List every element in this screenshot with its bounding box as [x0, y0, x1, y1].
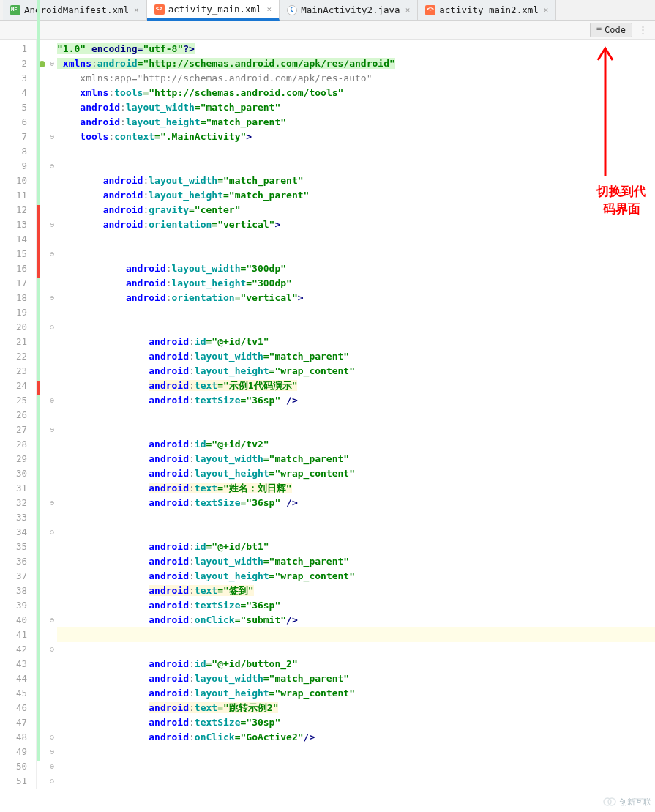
code-line[interactable]: android:layout_width="match_parent"	[57, 452, 655, 466]
code-line[interactable]	[57, 510, 655, 525]
code-line[interactable]: android:id="@+id/tv1"	[57, 335, 655, 349]
code-line[interactable]	[57, 759, 655, 774]
code-line[interactable]: android:id="@+id/tv2"	[57, 437, 655, 452]
code-line[interactable]: android:layout_height="match_parent"	[57, 115, 655, 130]
fold-toggle[interactable]: ⊖	[47, 525, 57, 540]
fold-toggle[interactable]: ⊖	[47, 496, 57, 510]
fold-toggle[interactable]	[47, 540, 57, 554]
line-number[interactable]: 6	[0, 115, 27, 130]
line-number[interactable]: 1	[0, 42, 27, 56]
code-line[interactable]: android:layout_width="match_parent"	[57, 100, 655, 115]
code-line[interactable]: tools:context=".MainActivity">	[57, 130, 655, 144]
fold-toggle[interactable]	[47, 349, 57, 364]
fold-toggle[interactable]: ⊖	[47, 730, 57, 745]
code-line[interactable]	[57, 745, 655, 759]
line-number[interactable]: 37	[0, 569, 27, 584]
fold-toggle[interactable]	[47, 584, 57, 598]
code-line[interactable]	[57, 247, 655, 261]
fold-toggle[interactable]	[47, 701, 57, 715]
code-line[interactable]: xmlns:android="http://schemas.android.co…	[57, 56, 655, 71]
code-area[interactable]: "1.0" encoding="utf-8"?> xmlns:android="…	[57, 40, 655, 789]
line-number[interactable]: 2	[0, 56, 27, 71]
fold-toggle[interactable]	[47, 188, 57, 203]
fold-toggle[interactable]	[47, 261, 57, 276]
code-line[interactable]: android:layout_height="match_parent"	[57, 188, 655, 203]
fold-toggle[interactable]	[47, 510, 57, 525]
line-number[interactable]: 9	[0, 159, 27, 174]
close-icon[interactable]: ×	[405, 5, 411, 15]
fold-toggle[interactable]: ⊖	[47, 422, 57, 437]
code-line[interactable]: android:gravity="center"	[57, 203, 655, 217]
code-line[interactable]	[57, 159, 655, 174]
line-number[interactable]: 43	[0, 657, 27, 671]
fold-toggle[interactable]: ⊖	[47, 745, 57, 759]
fold-toggle[interactable]: ⊖	[47, 247, 57, 261]
code-line[interactable]	[57, 627, 655, 642]
code-line[interactable]	[57, 305, 655, 320]
code-line[interactable]: android:text="示例1代码演示"	[57, 379, 655, 393]
line-number[interactable]: 32	[0, 496, 27, 510]
breakpoint-slot[interactable]	[37, 774, 47, 789]
fold-toggle[interactable]	[47, 466, 57, 481]
code-line[interactable]: android:layout_height="wrap_content"	[57, 569, 655, 584]
fold-toggle[interactable]	[47, 276, 57, 291]
fold-toggle[interactable]: ⊖	[47, 320, 57, 335]
fold-toggle[interactable]	[47, 481, 57, 496]
fold-toggle[interactable]	[47, 554, 57, 569]
code-line[interactable]: android:layout_height="wrap_content"	[57, 466, 655, 481]
fold-toggle[interactable]	[47, 657, 57, 671]
line-number[interactable]: 22	[0, 349, 27, 364]
line-number[interactable]: 14	[0, 232, 27, 247]
code-view-button[interactable]: ≡Code	[590, 23, 632, 37]
fold-toggle[interactable]	[47, 115, 57, 130]
line-number[interactable]: 10	[0, 174, 27, 188]
fold-toggle[interactable]: ⊖	[47, 774, 57, 789]
code-line[interactable]: android:layout_height="wrap_content"	[57, 364, 655, 379]
code-line[interactable]	[57, 320, 655, 335]
code-line[interactable]: android:layout_width="match_parent"	[57, 349, 655, 364]
code-line[interactable]: android:textSize="30sp"	[57, 715, 655, 730]
line-number[interactable]: 31	[0, 481, 27, 496]
code-line[interactable]: android:id="@+id/bt1"	[57, 540, 655, 554]
line-number[interactable]: 40	[0, 613, 27, 627]
line-number[interactable]: 11	[0, 188, 27, 203]
line-number[interactable]: 49	[0, 745, 27, 759]
code-line[interactable]: android:layout_height="wrap_content"	[57, 686, 655, 701]
code-line[interactable]	[57, 642, 655, 657]
fold-toggle[interactable]: ⊖	[47, 217, 57, 232]
code-line[interactable]	[57, 232, 655, 247]
tab-activity-main2[interactable]: activity_main2.xml×	[418, 0, 556, 20]
fold-toggle[interactable]	[47, 379, 57, 393]
code-line[interactable]: "1.0" encoding="utf-8"?>	[57, 42, 655, 56]
code-line[interactable]: android:orientation="vertical">	[57, 291, 655, 305]
fold-toggle[interactable]	[47, 335, 57, 349]
fold-toggle[interactable]	[47, 452, 57, 466]
line-number[interactable]: 45	[0, 686, 27, 701]
fold-toggle[interactable]	[47, 305, 57, 320]
line-number[interactable]: 50	[0, 759, 27, 774]
line-number[interactable]: 25	[0, 393, 27, 408]
line-number[interactable]: 35	[0, 540, 27, 554]
code-line[interactable]: xmlns:tools="http://schemas.android.com/…	[57, 86, 655, 100]
more-icon[interactable]: ⋮	[638, 24, 648, 35]
line-number[interactable]: 7	[0, 130, 27, 144]
code-line[interactable]	[57, 408, 655, 422]
line-number[interactable]: 5	[0, 100, 27, 115]
line-number[interactable]: 39	[0, 598, 27, 613]
line-number[interactable]: 47	[0, 715, 27, 730]
code-line[interactable]: android:orientation="vertical">	[57, 217, 655, 232]
line-number[interactable]: 23	[0, 364, 27, 379]
code-line[interactable]: android:layout_width="match_parent"	[57, 174, 655, 188]
line-number[interactable]: 42	[0, 642, 27, 657]
fold-gutter[interactable]: ⊖⊖⊖⊖⊖⊖⊖⊖⊖⊖⊖⊖⊖⊖⊖⊖⊖	[47, 40, 57, 789]
fold-toggle[interactable]	[47, 100, 57, 115]
line-number[interactable]: 12	[0, 203, 27, 217]
line-number[interactable]: 46	[0, 701, 27, 715]
line-number[interactable]: 16	[0, 261, 27, 276]
line-number[interactable]: 36	[0, 554, 27, 569]
fold-toggle[interactable]	[47, 144, 57, 159]
tab-manifest[interactable]: AndroidManifest.xml×	[3, 0, 147, 20]
line-number[interactable]: 34	[0, 525, 27, 540]
code-line[interactable]: android:textSize="36sp" />	[57, 496, 655, 510]
code-line[interactable]	[57, 525, 655, 540]
